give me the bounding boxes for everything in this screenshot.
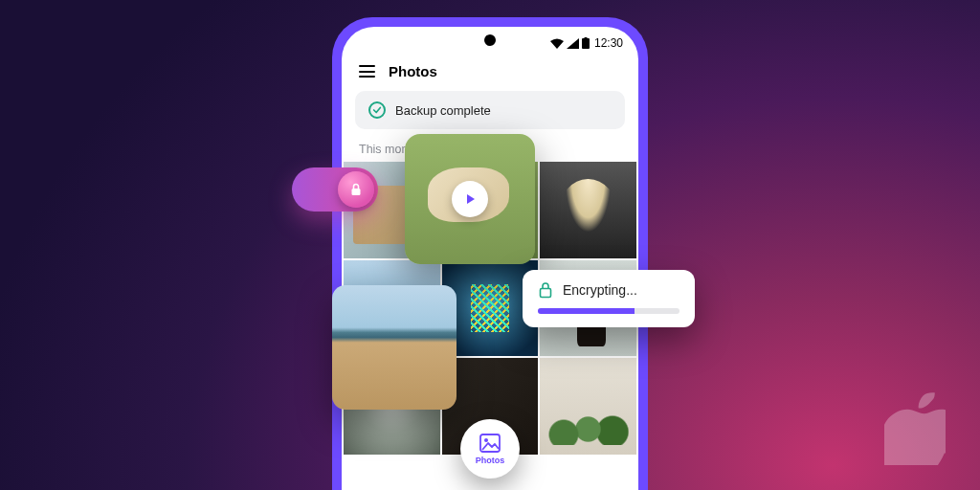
status-icons bbox=[550, 37, 590, 49]
page-title: Photos bbox=[389, 63, 437, 79]
svg-rect-3 bbox=[541, 289, 551, 298]
lock-toggle-knob bbox=[338, 171, 374, 208]
photo-thumbnail[interactable] bbox=[540, 162, 636, 258]
wifi-icon bbox=[550, 38, 564, 49]
apple-logo-icon bbox=[884, 392, 946, 465]
camera-notch bbox=[484, 34, 496, 46]
lock-outline-icon bbox=[538, 281, 553, 299]
backup-banner[interactable]: Backup complete bbox=[355, 91, 625, 129]
encrypting-label: Encrypting... bbox=[563, 282, 637, 298]
svg-point-5 bbox=[484, 438, 488, 442]
image-icon bbox=[479, 434, 501, 453]
fab-label: Photos bbox=[476, 456, 505, 465]
signal-icon bbox=[567, 38, 579, 49]
progress-bar bbox=[538, 308, 679, 314]
photo-thumbnail[interactable] bbox=[540, 358, 636, 455]
play-icon[interactable] bbox=[452, 181, 488, 217]
floating-video-card[interactable] bbox=[405, 134, 535, 264]
battery-icon bbox=[582, 37, 590, 49]
banner-text: Backup complete bbox=[395, 103, 491, 118]
app-header: Photos bbox=[342, 54, 638, 91]
encrypting-card: Encrypting... bbox=[523, 270, 695, 327]
svg-rect-0 bbox=[582, 38, 590, 49]
menu-icon[interactable] bbox=[359, 65, 375, 78]
progress-fill bbox=[538, 308, 635, 314]
lock-toggle[interactable] bbox=[292, 167, 378, 212]
status-time: 12:30 bbox=[594, 36, 623, 50]
svg-rect-2 bbox=[352, 189, 361, 195]
check-circle-icon bbox=[368, 101, 386, 119]
lock-icon bbox=[348, 182, 364, 197]
svg-rect-1 bbox=[584, 37, 587, 39]
photos-fab[interactable]: Photos bbox=[460, 419, 520, 479]
floating-photo-card[interactable] bbox=[332, 285, 457, 410]
